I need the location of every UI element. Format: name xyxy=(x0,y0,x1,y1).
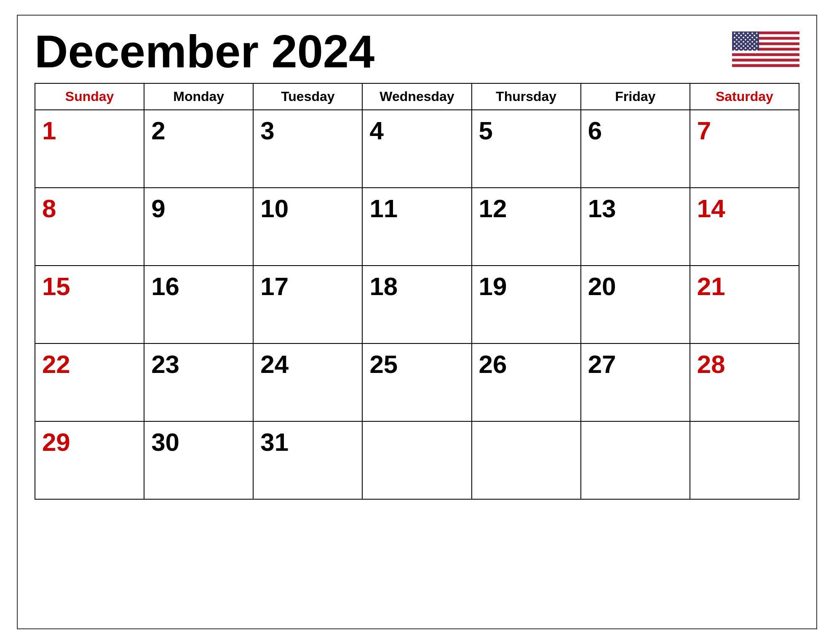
svg-point-51 xyxy=(747,45,749,47)
calendar-day-cell: 10 xyxy=(253,188,362,266)
calendar-day-cell: 30 xyxy=(144,421,253,499)
svg-rect-8 xyxy=(732,51,799,53)
calendar-day-cell: 3 xyxy=(253,110,362,188)
calendar-day-cell: 25 xyxy=(362,343,471,421)
svg-rect-11 xyxy=(732,59,799,61)
calendar-day-cell: 12 xyxy=(472,188,581,266)
svg-point-25 xyxy=(754,35,755,36)
svg-point-53 xyxy=(756,45,758,47)
calendar-day-cell: 19 xyxy=(472,266,581,343)
svg-rect-10 xyxy=(732,56,799,59)
svg-point-57 xyxy=(749,48,751,49)
svg-point-15 xyxy=(734,32,735,34)
header-wednesday: Wednesday xyxy=(362,83,471,110)
svg-point-62 xyxy=(747,50,749,51)
calendar-day-cell xyxy=(362,421,471,499)
calendar-header: December 2024 xyxy=(35,28,799,75)
calendar-day-cell xyxy=(690,421,799,499)
calendar-week-row-2: 891011121314 xyxy=(35,188,799,266)
calendar-day-cell: 18 xyxy=(362,266,471,343)
svg-point-49 xyxy=(738,45,740,47)
calendar-day-cell: 7 xyxy=(690,110,799,188)
svg-point-58 xyxy=(754,48,755,49)
calendar-day-cell: 24 xyxy=(253,343,362,421)
svg-point-36 xyxy=(754,39,755,40)
calendar-week-row-5: 293031 xyxy=(35,421,799,499)
svg-point-60 xyxy=(738,50,740,51)
svg-point-39 xyxy=(743,41,744,43)
svg-point-17 xyxy=(743,32,744,34)
calendar-day-cell xyxy=(472,421,581,499)
svg-point-26 xyxy=(734,37,735,38)
svg-rect-9 xyxy=(732,53,799,56)
svg-point-48 xyxy=(734,45,735,47)
us-flag-icon xyxy=(732,28,799,70)
calendar-day-cell: 8 xyxy=(35,188,144,266)
header-saturday: Saturday xyxy=(690,83,799,110)
svg-point-54 xyxy=(736,48,738,49)
svg-point-63 xyxy=(751,50,753,51)
calendar-day-cell: 23 xyxy=(144,343,253,421)
svg-point-28 xyxy=(743,37,744,38)
svg-point-56 xyxy=(745,48,746,49)
svg-point-31 xyxy=(756,37,758,38)
svg-point-18 xyxy=(747,32,749,34)
svg-point-35 xyxy=(749,39,751,40)
svg-point-34 xyxy=(745,39,746,40)
calendar-day-cell: 27 xyxy=(581,343,690,421)
calendar-header-row: Sunday Monday Tuesday Wednesday Thursday… xyxy=(35,83,799,110)
svg-point-22 xyxy=(740,35,742,36)
svg-point-19 xyxy=(751,32,753,34)
svg-rect-12 xyxy=(732,61,799,64)
calendar-day-cell xyxy=(581,421,690,499)
calendar-grid: Sunday Monday Tuesday Wednesday Thursday… xyxy=(35,83,799,500)
calendar-day-cell: 1 xyxy=(35,110,144,188)
calendar-container: December 2024 xyxy=(17,15,817,629)
svg-point-37 xyxy=(734,41,735,43)
svg-point-40 xyxy=(747,41,749,43)
svg-point-16 xyxy=(738,32,740,34)
svg-point-61 xyxy=(743,50,744,51)
calendar-day-cell: 21 xyxy=(690,266,799,343)
calendar-week-row-4: 22232425262728 xyxy=(35,343,799,421)
svg-point-42 xyxy=(756,41,758,43)
svg-point-47 xyxy=(754,43,755,45)
svg-point-20 xyxy=(756,32,758,34)
svg-point-52 xyxy=(751,45,753,47)
calendar-week-row-1: 1234567 xyxy=(35,110,799,188)
calendar-day-cell: 14 xyxy=(690,188,799,266)
svg-point-32 xyxy=(736,39,738,40)
calendar-day-cell: 5 xyxy=(472,110,581,188)
calendar-day-cell: 2 xyxy=(144,110,253,188)
svg-point-44 xyxy=(740,43,742,45)
calendar-day-cell: 9 xyxy=(144,188,253,266)
svg-point-27 xyxy=(738,37,740,38)
svg-point-41 xyxy=(751,41,753,43)
header-thursday: Thursday xyxy=(472,83,581,110)
calendar-day-cell: 17 xyxy=(253,266,362,343)
svg-point-29 xyxy=(747,37,749,38)
calendar-day-cell: 22 xyxy=(35,343,144,421)
calendar-day-cell: 4 xyxy=(362,110,471,188)
svg-point-43 xyxy=(736,43,738,45)
header-sunday: Sunday xyxy=(35,83,144,110)
header-monday: Monday xyxy=(144,83,253,110)
svg-point-23 xyxy=(745,35,746,36)
calendar-day-cell: 15 xyxy=(35,266,144,343)
svg-point-46 xyxy=(749,43,751,45)
svg-point-24 xyxy=(749,35,751,36)
svg-point-38 xyxy=(738,41,740,43)
svg-point-59 xyxy=(734,50,735,51)
calendar-day-cell: 6 xyxy=(581,110,690,188)
calendar-week-row-3: 15161718192021 xyxy=(35,266,799,343)
calendar-day-cell: 16 xyxy=(144,266,253,343)
calendar-day-cell: 31 xyxy=(253,421,362,499)
svg-point-33 xyxy=(740,39,742,40)
svg-point-50 xyxy=(743,45,744,47)
header-tuesday: Tuesday xyxy=(253,83,362,110)
calendar-title: December 2024 xyxy=(35,28,374,75)
svg-rect-13 xyxy=(732,64,799,67)
svg-point-30 xyxy=(751,37,753,38)
calendar-day-cell: 29 xyxy=(35,421,144,499)
calendar-day-cell: 20 xyxy=(581,266,690,343)
